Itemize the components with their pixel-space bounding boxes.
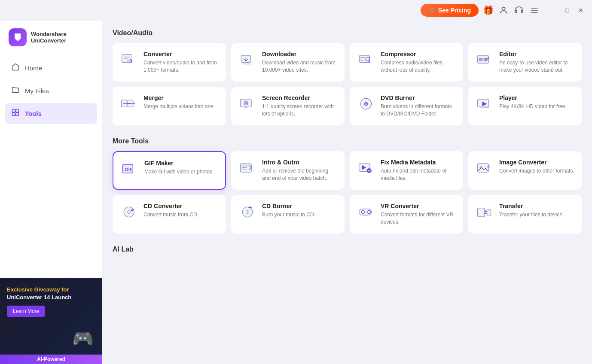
sidebar-myfiles-label: My Files bbox=[25, 87, 49, 94]
svg-point-39 bbox=[247, 212, 248, 213]
sidebar-nav: Home My Files Tools bbox=[0, 54, 102, 278]
sidebar-home-label: Home bbox=[25, 64, 42, 72]
merger-name: Merger bbox=[143, 94, 219, 101]
svg-rect-13 bbox=[360, 55, 370, 62]
promo-banner: Exclusive Giveaway for UniConverter 14 L… bbox=[0, 278, 102, 364]
svg-rect-10 bbox=[16, 113, 19, 116]
tool-card-gif-maker[interactable]: GIF GIF Maker Make Gif with video or pho… bbox=[113, 151, 226, 190]
svg-point-42 bbox=[368, 210, 371, 213]
myfiles-icon bbox=[11, 85, 20, 96]
content-area: Video/Audio Converter Convert v bbox=[102, 21, 592, 364]
editor-desc: An easy-to-use video editor to make your… bbox=[499, 59, 575, 74]
fix-media-metadata-desc: Auto-fix and edit metadate of media file… bbox=[381, 167, 456, 182]
svg-marker-6 bbox=[15, 33, 21, 41]
intro-outro-desc: Add or remove the beginning and end of y… bbox=[262, 167, 338, 182]
video-audio-grid: Converter Convert video/audio to and fro… bbox=[113, 43, 582, 125]
close-button[interactable]: ✕ bbox=[575, 4, 587, 16]
tool-card-dvd-burner[interactable]: DVD Burner Burn videos in different form… bbox=[350, 87, 463, 125]
fix-media-metadata-icon-wrap bbox=[357, 159, 375, 178]
tool-card-vr-converter[interactable]: VR Converter Convert formats for differe… bbox=[350, 195, 463, 234]
headset-icon[interactable] bbox=[513, 4, 525, 16]
svg-rect-2 bbox=[522, 10, 523, 13]
more-tools-grid: GIF GIF Maker Make Gif with video or pho… bbox=[113, 151, 582, 234]
player-desc: Play 4K/8K HD video for free. bbox=[499, 103, 575, 110]
svg-rect-43 bbox=[478, 208, 485, 217]
cd-converter-name: CD Converter bbox=[143, 203, 219, 209]
tool-card-downloader[interactable]: Downloader Download video and music from… bbox=[231, 43, 345, 82]
sidebar-item-myfiles[interactable]: My Files bbox=[5, 80, 97, 101]
converter-desc: Convert video/audio to and from 1,000+ f… bbox=[143, 59, 219, 74]
menu-icon[interactable] bbox=[528, 4, 540, 16]
converter-icon-wrap bbox=[119, 51, 138, 70]
svg-rect-28 bbox=[241, 164, 251, 172]
sidebar-item-home[interactable]: Home bbox=[5, 58, 97, 79]
section-ai-lab: AI Lab bbox=[113, 246, 582, 253]
sidebar-item-tools[interactable]: Tools bbox=[5, 103, 97, 124]
maximize-button[interactable]: □ bbox=[561, 4, 573, 16]
tool-card-fix-media-metadata[interactable]: Fix Media Metadata Auto-fix and edit met… bbox=[350, 151, 463, 190]
tool-card-screen-recorder[interactable]: Screen Recorder 1:1 quality screen recor… bbox=[231, 87, 345, 125]
minimize-button[interactable]: — bbox=[547, 4, 559, 16]
svg-rect-32 bbox=[478, 164, 488, 172]
screen-recorder-info: Screen Recorder 1:1 quality screen recor… bbox=[262, 94, 338, 118]
fix-media-metadata-info: Fix Media Metadata Auto-fix and edit met… bbox=[381, 159, 456, 182]
section-title-ai-lab: AI Lab bbox=[113, 246, 582, 253]
svg-point-20 bbox=[245, 102, 247, 104]
svg-point-41 bbox=[361, 210, 364, 213]
fix-media-metadata-name: Fix Media Metadata bbox=[381, 159, 456, 166]
tool-card-transfer[interactable]: Transfer Transfer your files to device. bbox=[468, 195, 582, 234]
svg-text:GIF: GIF bbox=[125, 167, 132, 172]
tool-card-cd-burner[interactable]: CD Burner Burn your music to CD. bbox=[231, 195, 345, 234]
svg-rect-7 bbox=[12, 109, 15, 112]
image-converter-info: Image Converter Convert images to other … bbox=[499, 159, 575, 175]
cd-burner-icon-wrap bbox=[238, 203, 257, 221]
see-pricing-label: See Pricing bbox=[438, 7, 471, 14]
tool-card-editor[interactable]: Editor An easy-to-use video editor to ma… bbox=[468, 43, 582, 82]
screen-recorder-icon-wrap bbox=[238, 94, 257, 113]
cd-burner-desc: Burn your music to CD. bbox=[262, 211, 338, 218]
gif-maker-icon-wrap: GIF bbox=[120, 160, 139, 179]
image-converter-icon-wrap bbox=[475, 159, 494, 178]
see-pricing-button[interactable]: 🛒 See Pricing bbox=[421, 4, 479, 17]
tool-card-converter[interactable]: Converter Convert video/audio to and fro… bbox=[113, 43, 226, 82]
svg-rect-11 bbox=[122, 55, 132, 62]
app-logo-icon bbox=[9, 28, 27, 46]
downloader-name: Downloader bbox=[262, 51, 338, 58]
converter-name: Converter bbox=[143, 51, 219, 58]
gif-maker-name: GIF Maker bbox=[144, 160, 218, 167]
promo-learn-more-button[interactable]: Learn More bbox=[7, 306, 45, 317]
transfer-name: Transfer bbox=[499, 203, 575, 209]
tool-card-compressor[interactable]: Compressor Compress audio/video files wi… bbox=[350, 43, 463, 82]
tool-card-image-converter[interactable]: Image Converter Convert images to other … bbox=[468, 151, 582, 190]
svg-rect-9 bbox=[12, 113, 15, 116]
sidebar-tools-label: Tools bbox=[25, 110, 42, 117]
tool-card-merger[interactable]: Merger Merge multiple videos into one. bbox=[113, 87, 226, 125]
logo-brand: Wondershare bbox=[31, 31, 67, 37]
vr-converter-desc: Convert formats for different VR devices… bbox=[381, 211, 456, 226]
intro-outro-name: Intro & Outro bbox=[262, 159, 338, 166]
converter-info: Converter Convert video/audio to and fro… bbox=[143, 51, 219, 74]
transfer-info: Transfer Transfer your files to device. bbox=[499, 203, 575, 218]
tools-icon bbox=[11, 108, 20, 119]
editor-name: Editor bbox=[499, 51, 575, 58]
user-icon[interactable] bbox=[497, 4, 510, 16]
cd-converter-icon-wrap bbox=[119, 203, 138, 221]
compressor-desc: Compress audio/video files without loss … bbox=[381, 59, 456, 74]
vr-converter-name: VR Converter bbox=[381, 203, 456, 209]
svg-point-31 bbox=[367, 168, 372, 173]
gift-icon[interactable]: 🎁 bbox=[482, 4, 494, 16]
dvd-burner-icon-wrap bbox=[357, 94, 375, 113]
compressor-info: Compressor Compress audio/video files wi… bbox=[381, 51, 456, 74]
section-more-tools: More Tools GIF GIF Maker Make Gif with v… bbox=[113, 137, 582, 234]
merger-icon-wrap bbox=[119, 94, 138, 113]
tool-card-intro-outro[interactable]: Intro & Outro Add or remove the beginnin… bbox=[231, 151, 345, 190]
main-layout: Wondershare UniConverter Home M bbox=[0, 21, 592, 364]
downloader-info: Downloader Download video and music from… bbox=[262, 51, 338, 74]
tool-card-player[interactable]: Player Play 4K/8K HD video for free. bbox=[468, 87, 582, 125]
cart-icon: 🛒 bbox=[428, 7, 436, 14]
svg-rect-1 bbox=[515, 10, 517, 13]
svg-point-23 bbox=[365, 103, 367, 105]
section-video-audio: Video/Audio Converter Convert v bbox=[113, 29, 582, 125]
promo-decoration: 🎮 bbox=[64, 321, 102, 355]
tool-card-cd-converter[interactable]: CD Converter Convert music from CD. bbox=[113, 195, 226, 234]
